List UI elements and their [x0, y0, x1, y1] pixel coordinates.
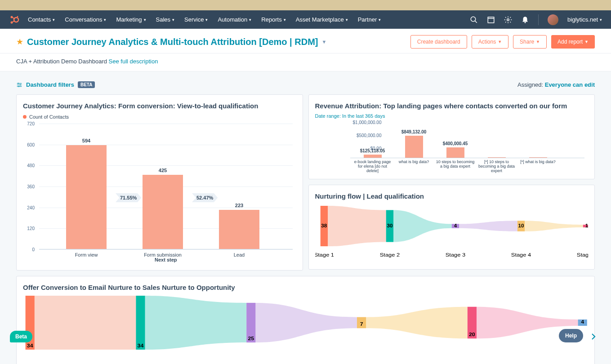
nav-contacts[interactable]: Contacts▾	[28, 16, 55, 23]
svg-text:Stage 1: Stage 1	[315, 252, 334, 258]
dashboard-filters-link[interactable]: Dashboard filters	[26, 81, 74, 88]
svg-point-16	[18, 86, 19, 87]
svg-text:Stage 3: Stage 3	[445, 252, 465, 258]
nav-partner[interactable]: Partner▾	[358, 16, 381, 23]
bar-2: 223	[219, 210, 259, 249]
svg-text:7: 7	[360, 321, 363, 327]
bar-1: 425	[143, 175, 183, 249]
beta-pill[interactable]: Beta	[10, 331, 32, 342]
svg-point-10	[525, 22, 526, 23]
svg-text:Stage 4: Stage 4	[511, 252, 531, 258]
x-axis-label: Next step	[39, 257, 293, 262]
nav-automation[interactable]: Automation▾	[218, 16, 251, 23]
card-title: Nurturing flow | Lead qualification	[315, 192, 589, 200]
svg-point-5	[17, 16, 18, 17]
svg-point-14	[18, 83, 19, 84]
funnel-chart-card[interactable]: Customer Journey Analytics: Form convers…	[16, 94, 303, 271]
filter-icon[interactable]	[16, 82, 22, 88]
svg-text:Stage 2: Stage 2	[379, 252, 400, 258]
assigned-label: Assigned:	[517, 81, 543, 88]
nav-sales[interactable]: Sales▾	[156, 16, 175, 23]
legend: Count of Contacts	[23, 113, 296, 120]
svg-text:4: 4	[454, 223, 456, 228]
chevron-down-icon[interactable]: ▼	[321, 39, 326, 44]
main-nav: Contacts▾ Conversations▾ Marketing▾ Sale…	[0, 10, 611, 29]
svg-text:4: 4	[581, 319, 584, 324]
svg-line-7	[475, 21, 477, 23]
offer-conversion-card[interactable]: Offer Conversion to Email Nurture to Sal…	[16, 276, 595, 364]
svg-text:20: 20	[469, 332, 475, 337]
settings-icon[interactable]	[504, 16, 512, 24]
add-report-button[interactable]: Add report▼	[551, 35, 595, 49]
offer-sankey-chart: 3434257204	[23, 296, 588, 359]
dashboard-description: CJA + Attribution Demo Dashboard See ful…	[0, 53, 611, 71]
page-header: ★ Customer Journey Analytics & Multi-tou…	[0, 29, 611, 53]
nav-service[interactable]: Service▾	[184, 16, 208, 23]
nav-reports[interactable]: Reports▾	[261, 16, 286, 23]
beta-badge: BETA	[78, 81, 95, 88]
nav-marketplace[interactable]: Asset Marketplace▾	[296, 16, 348, 23]
nav-marketing[interactable]: Marketing▾	[116, 16, 146, 23]
assigned-value-link[interactable]: Everyone can edit	[545, 81, 595, 88]
card-title: Revenue Attribution: Top landing pages w…	[315, 102, 589, 110]
svg-text:34: 34	[138, 343, 144, 348]
marketplace-icon[interactable]	[487, 16, 495, 24]
revenue-bar-chart: $0.00$500,000.00$1,000,000.00$125,118.05…	[315, 122, 589, 172]
description-text: CJA + Attribution Demo Dashboard	[16, 58, 107, 65]
svg-point-6	[471, 17, 476, 22]
avatar[interactable]	[548, 14, 558, 25]
hubspot-logo[interactable]	[9, 14, 20, 25]
svg-text:10: 10	[518, 223, 524, 228]
revenue-chart-card[interactable]: Revenue Attribution: Top landing pages w…	[308, 94, 595, 179]
create-dashboard-button[interactable]: Create dashboard	[410, 35, 467, 49]
svg-point-15	[20, 84, 21, 85]
page-title[interactable]: Customer Journey Analytics & Multi-touch…	[27, 37, 410, 47]
funnel-bar-chart: 0120240360480600720 Next step 594Form vi…	[23, 124, 296, 263]
card-title: Offer Conversion to Email Nurture to Sal…	[23, 284, 588, 291]
next-arrow-icon[interactable]	[589, 333, 598, 341]
nav-divider	[538, 14, 539, 25]
card-title: Customer Journey Analytics: Form convers…	[23, 102, 296, 110]
svg-text:34: 34	[27, 343, 33, 348]
filters-row: Dashboard filters BETA Assigned: Everyon…	[16, 81, 595, 88]
actions-button[interactable]: Actions▼	[472, 35, 508, 49]
bar-0: 594	[66, 145, 107, 249]
svg-text:30: 30	[387, 223, 392, 228]
date-range: Date range: In the last 365 days	[315, 113, 589, 119]
nav-items: Contacts▾ Conversations▾ Marketing▾ Sale…	[28, 16, 470, 23]
nurture-sankey-card[interactable]: Nurturing flow | Lead qualification 38St…	[308, 185, 595, 270]
svg-text:Stage 5: Stage 5	[576, 252, 588, 258]
share-button[interactable]: Share▼	[513, 35, 547, 49]
svg-point-9	[507, 18, 509, 21]
svg-text:38: 38	[321, 223, 327, 228]
svg-rect-8	[488, 18, 494, 23]
svg-rect-34	[136, 296, 145, 350]
nav-conversations[interactable]: Conversations▾	[65, 16, 106, 23]
favorite-star-icon[interactable]: ★	[16, 37, 23, 47]
search-icon[interactable]	[470, 16, 478, 24]
see-full-description-link[interactable]: See full description	[109, 58, 158, 65]
help-pill[interactable]: Help	[559, 329, 583, 342]
browser-bar	[0, 0, 611, 10]
account-menu[interactable]: biglytics.net▾	[567, 16, 602, 23]
nurture-sankey-chart: 38Stage 130Stage 24Stage 310Stage 41Stag…	[315, 204, 589, 262]
svg-point-2	[14, 18, 18, 22]
bell-icon[interactable]	[521, 16, 529, 24]
svg-text:1: 1	[585, 223, 588, 228]
svg-text:25: 25	[248, 336, 254, 341]
